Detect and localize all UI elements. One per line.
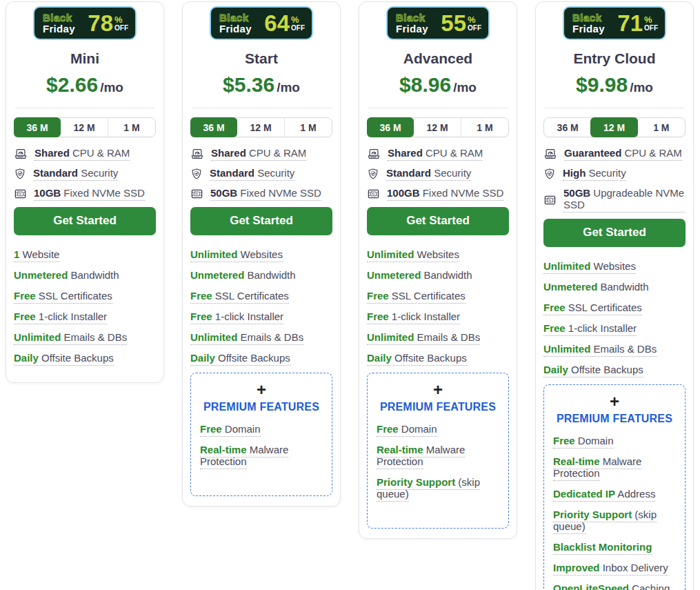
premium-feature-item: Real-time Malware Protection bbox=[377, 444, 501, 467]
premium-feature-item: Real-time Malware Protection bbox=[553, 455, 678, 479]
black-friday-label: Black Friday bbox=[572, 12, 605, 34]
spec-item: 100GB Fixed NVMe SSD bbox=[367, 187, 509, 201]
feature-item: Daily Offsite Backups bbox=[14, 352, 156, 364]
feature-item: Free 1-click Installer bbox=[367, 311, 509, 322]
badge-black-text: Black bbox=[43, 12, 75, 23]
spec-text[interactable]: Shared CPU & RAM bbox=[34, 147, 130, 161]
percent-sign: % bbox=[644, 15, 658, 24]
feature-item: Unlimited Websites bbox=[190, 248, 332, 260]
term-36m-button[interactable]: 36 M bbox=[544, 118, 591, 137]
feature-item: Free 1-click Installer bbox=[543, 322, 686, 334]
feature-item: Unmetered Bandwidth bbox=[190, 269, 332, 281]
get-started-button[interactable]: Get Started bbox=[190, 207, 332, 235]
term-12m-button[interactable]: 12 M bbox=[590, 117, 637, 137]
spec-item: Standard Security bbox=[14, 167, 156, 181]
plan-card-entry-cloud: Black Friday 71 % OFF Entry Cloud $9.98/… bbox=[535, 1, 694, 590]
discount-amount: 55 % OFF bbox=[441, 12, 481, 35]
spec-text[interactable]: Shared CPU & RAM bbox=[388, 147, 483, 161]
cpu-ram-icon bbox=[14, 148, 28, 160]
feature-item: Unlimited Emails & DBs bbox=[190, 331, 332, 343]
plan-price: $9.98/mo bbox=[543, 73, 686, 97]
term-12m-button[interactable]: 12 M bbox=[60, 118, 108, 137]
spec-text[interactable]: Standard Security bbox=[386, 167, 471, 181]
feature-item: Unlimited Websites bbox=[543, 260, 686, 272]
term-12m-button[interactable]: 12 M bbox=[413, 118, 461, 137]
black-friday-badge: Black Friday 71 % OFF bbox=[563, 6, 666, 40]
term-1m-button[interactable]: 1 M bbox=[461, 118, 508, 137]
term-12m-button[interactable]: 12 M bbox=[237, 118, 284, 137]
term-36m-button[interactable]: 36 M bbox=[14, 117, 61, 137]
premium-feature-list: Free Domain Real-time Malware Protection… bbox=[551, 435, 678, 590]
premium-feature-item: Dedicated IP Address bbox=[553, 488, 678, 500]
feature-item: Daily Offsite Backups bbox=[190, 352, 332, 364]
feature-item: 1 Website bbox=[14, 248, 156, 260]
spec-item: Shared CPU & RAM bbox=[367, 147, 509, 161]
badge-friday-text: Friday bbox=[572, 23, 605, 35]
premium-feature-item: Free Domain bbox=[200, 423, 325, 435]
billing-term-selector: 36 M 12 M 1 M bbox=[367, 117, 509, 137]
feature-item: Unmetered Bandwidth bbox=[543, 281, 686, 293]
ssd-storage-icon bbox=[14, 188, 27, 200]
price-period: /mo bbox=[630, 80, 653, 95]
badge-black-text: Black bbox=[396, 12, 428, 23]
divider bbox=[192, 108, 331, 108]
badge-black-text: Black bbox=[219, 12, 252, 23]
price-amount: $2.66 bbox=[46, 73, 98, 96]
spec-text[interactable]: 100GB Fixed NVMe SSD bbox=[387, 187, 503, 201]
plan-card-advanced: Black Friday 55 % OFF Advanced $8.96/mo … bbox=[359, 1, 517, 539]
spec-list: Shared CPU & RAM Standard Security 50GB … bbox=[190, 147, 332, 201]
spec-text[interactable]: Guaranteed CPU & RAM bbox=[564, 147, 682, 161]
feature-list: Unlimited Websites Unmetered Bandwidth F… bbox=[190, 248, 332, 364]
term-1m-button[interactable]: 1 M bbox=[108, 118, 155, 137]
spec-item: High Security bbox=[543, 167, 686, 181]
price-amount: $8.96 bbox=[399, 73, 451, 96]
spec-text[interactable]: Standard Security bbox=[33, 167, 118, 181]
feature-item: Free SSL Certificates bbox=[190, 290, 332, 302]
security-shield-icon bbox=[14, 168, 26, 180]
spec-text[interactable]: Standard Security bbox=[210, 167, 294, 181]
premium-feature-item: Priority Support (skip queue) bbox=[377, 476, 501, 500]
spec-item: Standard Security bbox=[367, 167, 509, 181]
spec-item: 10GB Fixed NVMe SSD bbox=[14, 187, 156, 201]
premium-features-title: PREMIUM FEATURES bbox=[551, 413, 678, 425]
spec-text[interactable]: High Security bbox=[563, 167, 626, 181]
plan-name: Mini bbox=[14, 50, 156, 67]
feature-list: 1 Website Unmetered Bandwidth Free SSL C… bbox=[14, 248, 156, 364]
spec-text[interactable]: Shared CPU & RAM bbox=[211, 147, 306, 161]
black-friday-label: Black Friday bbox=[43, 12, 75, 34]
discount-amount: 71 % OFF bbox=[617, 12, 658, 35]
ssd-storage-icon bbox=[190, 188, 203, 200]
get-started-button[interactable]: Get Started bbox=[543, 219, 686, 247]
plus-icon: + bbox=[198, 382, 325, 398]
term-36m-button[interactable]: 36 M bbox=[367, 117, 414, 137]
plan-price: $8.96/mo bbox=[367, 73, 509, 97]
premium-features-box: + PREMIUM FEATURES Free Domain Real-time… bbox=[367, 373, 509, 529]
divider bbox=[15, 108, 154, 108]
security-shield-icon bbox=[367, 168, 379, 180]
billing-term-selector: 36 M 12 M 1 M bbox=[14, 117, 156, 137]
spec-item: Shared CPU & RAM bbox=[190, 147, 332, 161]
get-started-button[interactable]: Get Started bbox=[14, 207, 156, 235]
black-friday-label: Black Friday bbox=[396, 12, 428, 34]
percent-sign: % bbox=[291, 15, 305, 24]
discount-amount: 78 % OFF bbox=[88, 12, 128, 35]
badge-friday-text: Friday bbox=[219, 23, 252, 35]
get-started-button[interactable]: Get Started bbox=[367, 207, 509, 235]
spec-item: 50GB Upgradeable NVMe SSD bbox=[543, 187, 686, 213]
term-1m-button[interactable]: 1 M bbox=[637, 118, 685, 137]
term-36m-button[interactable]: 36 M bbox=[190, 117, 237, 137]
discount-percent-value: 78 bbox=[88, 12, 113, 35]
premium-feature-list: Free Domain Real-time Malware Protection… bbox=[374, 423, 501, 500]
spec-text[interactable]: 10GB Fixed NVMe SSD bbox=[34, 187, 145, 201]
off-label: OFF bbox=[291, 25, 305, 32]
spec-item: Guaranteed CPU & RAM bbox=[543, 147, 686, 161]
plan-name: Start bbox=[190, 50, 332, 67]
spec-text[interactable]: 50GB Fixed NVMe SSD bbox=[210, 187, 321, 201]
pricing-cards-row: Black Friday 78 % OFF Mini $2.66/mo 36 M… bbox=[0, 0, 700, 590]
feature-item: Free 1-click Installer bbox=[190, 311, 332, 322]
spec-text[interactable]: 50GB Upgradeable NVMe SSD bbox=[563, 187, 686, 213]
price-period: /mo bbox=[100, 80, 123, 95]
plan-name: Advanced bbox=[367, 50, 509, 67]
discount-amount: 64 % OFF bbox=[264, 12, 305, 35]
term-1m-button[interactable]: 1 M bbox=[284, 118, 332, 137]
